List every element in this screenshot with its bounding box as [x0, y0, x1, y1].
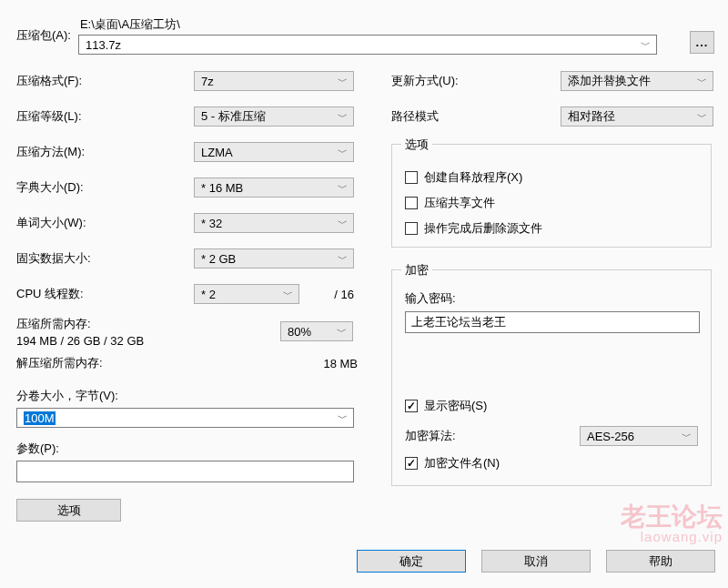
- params-label: 参数(P):: [16, 441, 358, 457]
- browse-button[interactable]: ...: [690, 31, 714, 54]
- volume-label: 分卷大小，字节(V):: [16, 388, 358, 404]
- method-dropdown[interactable]: LZMA ﹀: [194, 142, 354, 162]
- pathmode-dropdown[interactable]: 相对路径 ﹀: [561, 106, 713, 127]
- options-legend: 选项: [401, 137, 432, 153]
- threads-label: CPU 线程数:: [16, 286, 194, 302]
- encrypt-names-checkbox[interactable]: 加密文件名(N): [405, 455, 500, 471]
- mem-compress-label: 压缩所需内存:: [16, 316, 280, 332]
- volume-value: 100M: [24, 411, 56, 425]
- chevron-down-icon: ﹀: [338, 146, 348, 159]
- dict-label: 字典大小(D):: [16, 179, 194, 196]
- archive-label: 压缩包(A):: [16, 27, 71, 44]
- chevron-down-icon: ﹀: [338, 411, 348, 425]
- volume-dropdown[interactable]: 100M ﹀: [16, 408, 354, 428]
- archive-filename-dropdown[interactable]: 113.7z ﹀: [78, 35, 657, 55]
- threads-total: / 16: [334, 288, 358, 301]
- chevron-down-icon: ﹀: [697, 110, 707, 124]
- word-dropdown[interactable]: * 32 ﹀: [194, 213, 354, 233]
- checkbox-icon: [405, 197, 418, 209]
- checkbox-icon: [405, 222, 418, 235]
- threads-dropdown[interactable]: * 2 ﹀: [194, 284, 299, 304]
- mem-decompress-value: 18 MB: [323, 357, 358, 370]
- password-input[interactable]: [405, 311, 700, 333]
- chevron-down-icon: ﹀: [337, 325, 347, 339]
- watermark: 老王论坛 laowang.vip: [621, 503, 723, 544]
- chevron-down-icon: ﹀: [338, 181, 348, 195]
- chevron-down-icon: ﹀: [283, 288, 293, 301]
- delete-after-checkbox[interactable]: 操作完成后删除源文件: [405, 220, 542, 237]
- checkbox-icon: [405, 457, 418, 470]
- chevron-down-icon: ﹀: [338, 252, 348, 266]
- format-dropdown[interactable]: 7z ﹀: [194, 71, 354, 91]
- mem-decompress-label: 解压缩所需内存:: [16, 355, 323, 371]
- cancel-button[interactable]: 取消: [481, 550, 591, 573]
- chevron-down-icon: ﹀: [682, 430, 692, 443]
- pathmode-label: 路径模式: [391, 108, 561, 125]
- method-label: 压缩方法(M):: [16, 144, 194, 160]
- solid-label: 固实数据大小:: [16, 250, 194, 267]
- options-fieldset: 选项 创建自释放程序(X) 压缩共享文件 操作完成后删除源文件: [391, 144, 712, 248]
- show-password-checkbox[interactable]: 显示密码(S): [405, 398, 487, 414]
- options-button[interactable]: 选项: [16, 499, 121, 522]
- chevron-down-icon: ﹀: [338, 217, 348, 230]
- level-dropdown[interactable]: 5 - 标准压缩 ﹀: [194, 106, 354, 127]
- encryption-legend: 加密: [401, 262, 432, 279]
- chevron-down-icon: ﹀: [338, 75, 348, 88]
- share-checkbox[interactable]: 压缩共享文件: [405, 195, 495, 211]
- checkbox-icon: [405, 171, 418, 184]
- solid-dropdown[interactable]: * 2 GB ﹀: [194, 248, 354, 269]
- encryption-fieldset: 加密 输入密码: 显示密码(S) 加密算法: AES-256 ﹀ 加密文件名(N…: [391, 269, 712, 486]
- format-label: 压缩格式(F):: [16, 73, 194, 89]
- sfx-checkbox[interactable]: 创建自释放程序(X): [405, 169, 522, 186]
- mem-percent-dropdown[interactable]: 80% ﹀: [280, 321, 353, 341]
- algo-label: 加密算法:: [405, 428, 580, 444]
- ok-button[interactable]: 确定: [357, 550, 466, 573]
- chevron-down-icon: ﹀: [338, 110, 348, 124]
- level-label: 压缩等级(L):: [16, 108, 194, 125]
- update-dropdown[interactable]: 添加并替换文件 ﹀: [561, 71, 713, 91]
- update-label: 更新方式(U):: [391, 73, 561, 89]
- password-label: 输入密码:: [405, 290, 698, 307]
- dict-dropdown[interactable]: * 16 MB ﹀: [194, 177, 354, 198]
- checkbox-icon: [405, 400, 418, 412]
- help-button[interactable]: 帮助: [606, 550, 715, 573]
- algo-dropdown[interactable]: AES-256 ﹀: [580, 426, 698, 446]
- mem-compress-value: 194 MB / 26 GB / 32 GB: [16, 334, 280, 348]
- word-label: 单词大小(W):: [16, 215, 194, 231]
- params-input[interactable]: [16, 461, 354, 482]
- chevron-down-icon: ﹀: [697, 75, 707, 88]
- archive-filename: 113.7z: [86, 38, 121, 52]
- archive-path: E:\桌面\A压缩工坊\: [78, 16, 682, 33]
- chevron-down-icon: ﹀: [641, 38, 651, 52]
